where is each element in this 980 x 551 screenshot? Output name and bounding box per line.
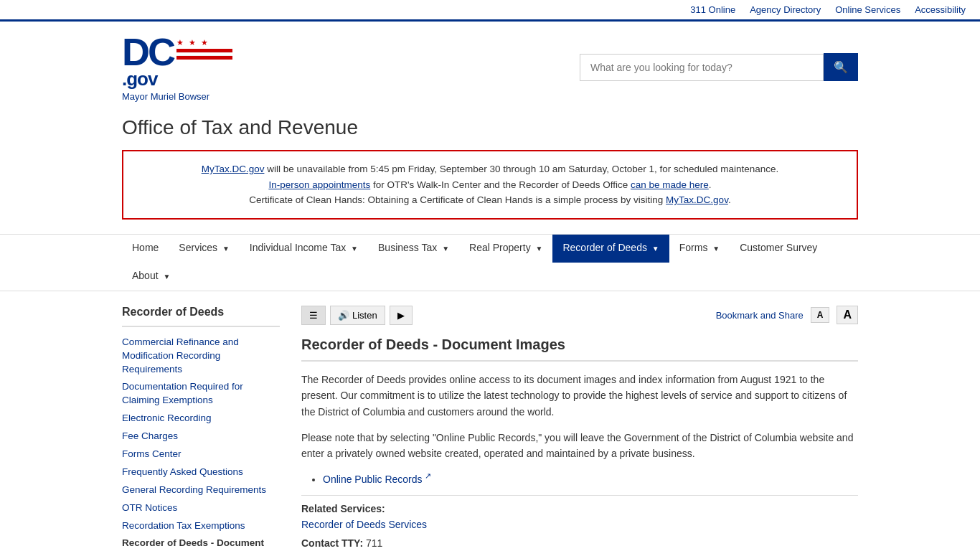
- nav-link-recorder[interactable]: Recorder of Deeds ▼: [552, 235, 669, 263]
- inperson-link[interactable]: In-person appointments: [268, 179, 370, 190]
- sidebar-item-forms[interactable]: Forms Center: [122, 448, 280, 461]
- sidebar-link-commercial[interactable]: Commercial Refinance and Modification Re…: [122, 336, 239, 375]
- contact-tty-number: 711: [366, 537, 382, 549]
- listen-button[interactable]: 🔊 Listen: [330, 306, 385, 325]
- recorder-services-link[interactable]: Recorder of Deeds Services: [301, 519, 427, 530]
- nav-link-survey[interactable]: Customer Survey: [730, 235, 827, 263]
- sidebar-link-otr[interactable]: OTR Notices: [122, 502, 177, 513]
- main-content: Recorder of Deeds Commercial Refinance a…: [0, 291, 980, 551]
- nav-list: Home Services ▼ Individual Income Tax ▼ …: [122, 235, 858, 291]
- alert-line2-end: .: [709, 179, 712, 190]
- alert-box: MyTax.DC.gov will be unavailable from 5:…: [122, 150, 858, 220]
- arrow-icon: ▼: [442, 245, 449, 253]
- sidebar-item-otr[interactable]: OTR Notices: [122, 501, 280, 515]
- nav-link-business[interactable]: Business Tax ▼: [368, 235, 459, 263]
- sidebar-link-forms[interactable]: Forms Center: [122, 448, 182, 459]
- canbe-link[interactable]: can be made here: [631, 179, 709, 190]
- content-panel: ☰ 🔊 Listen ▶ Bookmark and Share A A Reco…: [301, 306, 858, 551]
- stars-col: ★ ★ ★: [176, 32, 232, 60]
- online-records-link[interactable]: Online Public Records ↗: [323, 474, 431, 485]
- related-services-section: Related Services: Recorder of Deeds Serv…: [301, 495, 858, 549]
- dc-logo: DC ★ ★ ★ .gov: [122, 32, 232, 90]
- sidebar-item-faq[interactable]: Frequently Asked Questions: [122, 466, 280, 479]
- sidebar-item-recordation[interactable]: Recordation Tax Exemptions: [122, 519, 280, 533]
- utility-link-311[interactable]: 311 Online: [690, 4, 735, 15]
- mayor-anchor[interactable]: Mayor Muriel Bowser: [122, 91, 209, 102]
- nav-link-home[interactable]: Home: [122, 235, 169, 263]
- sidebar-item-commercial[interactable]: Commercial Refinance and Modification Re…: [122, 336, 280, 377]
- speaker-icon: 🔊: [338, 310, 349, 321]
- stars-row: ★ ★ ★: [176, 38, 232, 47]
- arrow-icon: ▼: [712, 245, 720, 253]
- nav-item-about[interactable]: About ▼: [122, 263, 180, 291]
- search-icon: 🔍: [834, 61, 848, 73]
- sidebar-item-fee[interactable]: Fee Charges: [122, 430, 280, 443]
- nav-link-services[interactable]: Services ▼: [169, 235, 239, 263]
- utility-link-accessibility[interactable]: Accessibility: [915, 4, 966, 15]
- mytax-link-1[interactable]: MyTax.DC.gov: [202, 164, 265, 174]
- nav-item-individual[interactable]: Individual Income Tax ▼: [240, 235, 368, 263]
- related-services-label: Related Services:: [301, 503, 858, 514]
- alert-line1-text: will be unavailable from 5:45 pm Friday,…: [264, 164, 778, 174]
- search-area: 🔍: [580, 53, 858, 81]
- dc-letters: DC: [122, 32, 174, 71]
- sidebar-link-faq[interactable]: Frequently Asked Questions: [122, 466, 243, 477]
- sidebar-item-general[interactable]: General Recording Requirements: [122, 484, 280, 497]
- play-button[interactable]: ▶: [390, 306, 413, 325]
- arrow-icon: ▼: [222, 245, 230, 253]
- sidebar-link-fee[interactable]: Fee Charges: [122, 430, 178, 441]
- bookmark-link[interactable]: Bookmark and Share: [716, 310, 804, 321]
- sidebar-item-documentation[interactable]: Documentation Required for Claiming Exem…: [122, 380, 280, 408]
- search-button[interactable]: 🔍: [824, 53, 858, 81]
- nav-link-about[interactable]: About ▼: [122, 263, 180, 291]
- sidebar-item-electronic[interactable]: Electronic Recording: [122, 412, 280, 425]
- sidebar-link-documentation[interactable]: Documentation Required for Claiming Exem…: [122, 381, 243, 405]
- play-icon: ▶: [397, 310, 405, 321]
- page-title-bar: Office of Tax and Revenue: [0, 109, 980, 150]
- listen-label: Listen: [352, 310, 377, 321]
- alert-line2: In-person appointments for OTR's Walk-In…: [138, 177, 842, 193]
- nav-item-home[interactable]: Home: [122, 235, 169, 263]
- utility-link-agency[interactable]: Agency Directory: [750, 4, 821, 15]
- toolbar-left: ☰ 🔊 Listen ▶: [301, 306, 413, 325]
- font-small-button[interactable]: A: [811, 307, 830, 323]
- nav-item-forms[interactable]: Forms ▼: [669, 235, 730, 263]
- clean-link[interactable]: MyTax.DC.gov: [666, 194, 728, 205]
- sidebar-link-document-images[interactable]: Recorder of Deeds - Document Images: [122, 537, 264, 551]
- content-para1: The Recorder of Deeds provides online ac…: [301, 372, 858, 420]
- toolbar-right: Bookmark and Share A A: [716, 306, 858, 324]
- alert-line2-text: for OTR's Walk-In Center and the Recorde…: [370, 179, 631, 190]
- header: DC ★ ★ ★ .gov Mayor Muriel Bowser 🔍: [0, 22, 980, 109]
- logo-area: DC ★ ★ ★ .gov Mayor Muriel Bowser: [122, 32, 232, 102]
- nav-link-forms[interactable]: Forms ▼: [669, 235, 730, 263]
- nav-link-individual[interactable]: Individual Income Tax ▼: [240, 235, 368, 263]
- mayor-link[interactable]: Mayor Muriel Bowser: [122, 90, 232, 102]
- search-input[interactable]: [580, 54, 824, 81]
- sidebar-link-recordation[interactable]: Recordation Tax Exemptions: [122, 520, 245, 531]
- content-title: Recorder of Deeds - Document Images: [301, 336, 858, 362]
- content-toolbar: ☰ 🔊 Listen ▶ Bookmark and Share A A: [301, 306, 858, 325]
- related-services-link[interactable]: Recorder of Deeds Services: [301, 519, 858, 530]
- font-large-button[interactable]: A: [837, 306, 858, 324]
- sidebar-link-general[interactable]: General Recording Requirements: [122, 484, 266, 495]
- nav-item-business[interactable]: Business Tax ▼: [368, 235, 459, 263]
- nav-item-recorder[interactable]: Recorder of Deeds ▼: [552, 235, 669, 263]
- nav-item-services[interactable]: Services ▼: [169, 235, 239, 263]
- sidebar-item-document-images[interactable]: Recorder of Deeds - Document Images: [122, 537, 280, 551]
- online-records-label: Online Public Records: [323, 474, 423, 485]
- stripe-red-2: [176, 56, 232, 60]
- content-list: Online Public Records ↗: [323, 472, 858, 486]
- text-mode-button[interactable]: ☰: [301, 306, 326, 325]
- sidebar-link-electronic[interactable]: Electronic Recording: [122, 413, 212, 423]
- nav-item-realproperty[interactable]: Real Property ▼: [459, 235, 552, 263]
- nav-item-survey[interactable]: Customer Survey: [730, 235, 827, 263]
- list-item-online-records[interactable]: Online Public Records ↗: [323, 472, 858, 486]
- nav-link-realproperty[interactable]: Real Property ▼: [459, 235, 552, 263]
- utility-link-online[interactable]: Online Services: [835, 4, 900, 15]
- text-mode-icon: ☰: [309, 310, 318, 321]
- alert-line1: MyTax.DC.gov will be unavailable from 5:…: [138, 161, 842, 177]
- arrow-icon: ▼: [652, 245, 659, 253]
- contact-tty: Contact TTY: 711: [301, 537, 858, 549]
- flag-stripes: [176, 49, 232, 60]
- alert-line3-pre: Certificate of Clean Hands: Obtaining a …: [249, 194, 666, 205]
